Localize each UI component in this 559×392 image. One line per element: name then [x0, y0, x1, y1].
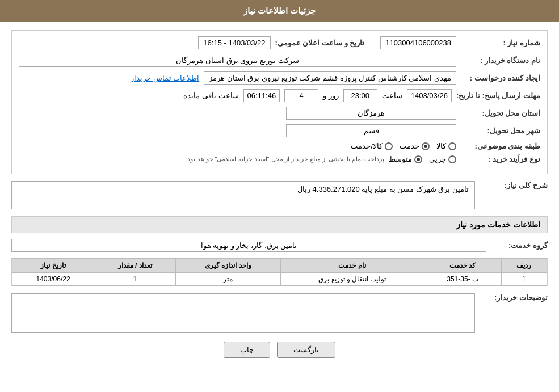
shomare-row: شماره نیاز : 1103004106000238 تاریخ و سا…: [19, 36, 540, 49]
main-info-section: شماره نیاز : 1103004106000238 تاریخ و سا…: [11, 30, 548, 174]
sharh-row: شرح کلی نیاز: تامین برق شهرک مسن به مبلغ…: [11, 181, 548, 209]
page-title: جزئیات اطلاعات نیاز: [243, 6, 316, 15]
tabaqe-kala-label: کالا: [436, 142, 446, 150]
cell-name: تولید، انتقال و توزیع برق: [280, 273, 424, 286]
page-header: جزئیات اطلاعات نیاز: [0, 0, 559, 22]
sharh-label: شرح کلی نیاز:: [480, 181, 548, 189]
mohlat-baqi: 06:11:46: [243, 89, 280, 102]
tabaqe-row: طبقه بندی موضوعی: کالا خدمت کالا/خدمت: [19, 142, 540, 150]
shomare-niaz-label: شماره نیاز :: [461, 39, 540, 47]
tozihat-label: توضیحات خریدار:: [480, 293, 548, 302]
ostan-row: استان محل تحویل: هرمزگان: [19, 107, 540, 120]
farayand-motevaset: متوسط: [389, 155, 422, 163]
cell-code: ت -35-351: [424, 273, 501, 286]
tarikh-value: 1403/03/22 - 16:15: [198, 36, 270, 49]
tozihat-textarea[interactable]: [11, 293, 475, 333]
nooe-farayand-row: نوع فرآیند خرید : جزیی متوسط پرداخت تمام…: [19, 155, 540, 163]
tabaqe-khadamat-label: خدمت: [400, 142, 419, 150]
mohlat-roz-label: روز و: [323, 91, 339, 100]
button-row: بازگشت چاپ: [11, 342, 548, 358]
ijad-konande-value: مهدی اسلامی کارشناس کنترل پروژه قشم شرکت…: [204, 71, 456, 85]
farayand-jozii-label: جزیی: [429, 155, 446, 163]
cell-vahed: متر: [176, 273, 280, 286]
print-button[interactable]: چاپ: [224, 342, 270, 358]
farayand-motevaset-label: متوسط: [389, 155, 412, 163]
khadamat-section-title: اطلاعات خدمات مورد نیاز: [11, 216, 548, 233]
tabaqe-kala: کالا: [436, 142, 456, 150]
nooe-farayand-label: نوع فرآیند خرید :: [461, 155, 540, 163]
shomare-niaz-value: 1103004106000238: [380, 36, 456, 49]
ostan-value: هرمزگان: [286, 107, 456, 120]
mohlat-row: مهلت ارسال پاسخ: تا تاریخ: 1403/03/26 سا…: [19, 89, 540, 102]
col-tarikh: تاریخ نیاز: [12, 259, 94, 273]
tabaqe-label: طبقه بندی موضوعی:: [461, 142, 540, 150]
col-radif: ردیف: [501, 259, 547, 273]
tabaqe-kala-khadamat-radio: [385, 142, 393, 150]
mohlat-saat: 23:00: [343, 89, 377, 102]
cell-tedad: 1: [94, 273, 176, 286]
mohlat-roz: 4: [284, 89, 318, 102]
tabaqe-khadamat-radio: [422, 142, 430, 150]
ijad-konande-label: ایجاد کننده درخواست :: [461, 74, 540, 82]
mohlat-baqi-label: ساعت باقی مانده: [183, 91, 238, 100]
sharh-value: تامین برق شهرک مسن به مبلغ پایه 4.336.27…: [11, 181, 475, 209]
ijad-konande-row: ایجاد کننده درخواست : مهدی اسلامی کارشنا…: [19, 71, 540, 85]
col-code: کد خدمت: [424, 259, 501, 273]
nam-dastgah-value: شرکت توزیع نیروی برق استان هرمزگان: [19, 54, 456, 67]
cell-radif: 1: [501, 273, 547, 286]
ijad-konande-link[interactable]: اطلاعات تماس خریدار: [131, 74, 199, 82]
nam-dastgah-row: نام دستگاه خریدار : شرکت توزیع نیروی برق…: [19, 54, 540, 67]
back-button[interactable]: بازگشت: [277, 342, 335, 358]
mohlat-label: مهلت ارسال پاسخ: تا تاریخ:: [456, 91, 540, 100]
gorohe-row: گروه خدمت: تامین برق، گاز، بخار و تهویه …: [11, 239, 548, 252]
tabaqe-kala-khadamat: کالا/خدمت: [351, 142, 393, 150]
farayand-motevaset-radio: [414, 155, 422, 163]
khadamat-table-container: ردیف کد خدمت نام خدمت واحد اندازه گیری ت…: [11, 258, 548, 286]
tarikh-label: تاریخ و ساعت اعلان عمومی:: [275, 39, 365, 47]
col-tedad: تعداد / مقدار: [94, 259, 176, 273]
tabaqe-options: کالا خدمت کالا/خدمت: [351, 142, 456, 150]
col-name: نام خدمت: [280, 259, 424, 273]
farayand-jozii: جزیی: [429, 155, 456, 163]
table-row: 1ت -35-351تولید، انتقال و توزیع برقمتر11…: [12, 273, 547, 286]
nam-dastgah-label: نام دستگاه خریدار :: [461, 56, 540, 65]
tabaqe-kala-radio: [448, 142, 456, 150]
farayand-jozii-radio: [448, 155, 456, 163]
tozihat-row: توضیحات خریدار:: [11, 293, 548, 333]
gorohe-value: تامین برق، گاز، بخار و تهویه هوا: [11, 239, 486, 252]
ostan-label: استان محل تحویل:: [461, 109, 540, 117]
tabaqe-khadamat: خدمت: [400, 142, 430, 150]
tabaqe-kala-khadamat-label: کالا/خدمت: [351, 142, 383, 150]
cell-tarikh: 1403/06/22: [12, 273, 94, 286]
mohlat-date: 1403/03/26: [407, 89, 452, 102]
mohlat-saat-label: ساعت: [382, 91, 402, 100]
shahr-value: قشم: [286, 124, 456, 137]
nooe-farayand-note: پرداخت تمام یا بخشی از مبلغ خریدار از مح…: [186, 155, 384, 163]
gorohe-label: گروه خدمت:: [491, 241, 548, 250]
shahr-label: شهر محل تحویل:: [461, 127, 540, 135]
shahr-row: شهر محل تحویل: قشم: [19, 124, 540, 137]
col-vahed: واحد اندازه گیری: [176, 259, 280, 273]
nooe-farayand-options: جزیی متوسط: [389, 155, 456, 163]
khadamat-table: ردیف کد خدمت نام خدمت واحد اندازه گیری ت…: [12, 258, 547, 286]
